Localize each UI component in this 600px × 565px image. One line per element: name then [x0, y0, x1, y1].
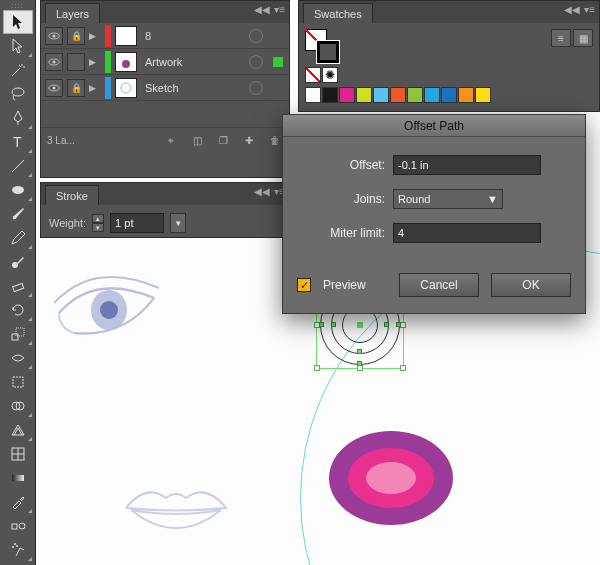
preview-checkbox[interactable]: ✓	[297, 278, 311, 292]
layers-tab[interactable]: Layers	[45, 3, 100, 23]
swatch-row-special: ✺	[305, 67, 593, 83]
swatch-registration[interactable]: ✺	[322, 67, 338, 83]
lock-toggle[interactable]: 🔒	[67, 27, 85, 45]
layer-count: 3 La...	[47, 135, 75, 146]
swatch[interactable]	[441, 87, 457, 103]
cancel-button[interactable]: Cancel	[399, 273, 479, 297]
layer-name[interactable]: Sketch	[141, 82, 245, 94]
decor-oval	[326, 428, 456, 528]
svg-line-2	[12, 160, 24, 172]
layer-row[interactable]: ▶ Artwork	[41, 49, 289, 75]
svg-point-3	[12, 186, 24, 194]
visibility-toggle[interactable]	[45, 53, 63, 71]
resize-handle[interactable]	[314, 365, 320, 371]
layers-footer: 3 La... ⌖ ◫ ❐ ✚ 🗑	[41, 127, 289, 153]
joins-select[interactable]: Round▼	[393, 189, 503, 209]
lock-toggle[interactable]: 🔒	[67, 79, 85, 97]
panel-collapse-icon[interactable]: ◀◀	[254, 4, 270, 15]
swatch-row-colors	[305, 87, 593, 103]
selection-tool[interactable]	[3, 10, 33, 34]
sketch-mouth	[116, 478, 236, 548]
lasso-tool[interactable]	[3, 82, 33, 106]
weight-dropdown-icon[interactable]: ▼	[170, 213, 186, 233]
swatch[interactable]	[458, 87, 474, 103]
panel-menu-icon[interactable]: ▾≡	[274, 4, 285, 15]
panel-collapse-icon[interactable]: ◀◀	[564, 4, 580, 15]
target-icon[interactable]	[249, 81, 263, 95]
layers-list: 🔒 ▶ 8 ▶ Artwork 🔒 ▶ Sketch	[41, 23, 289, 127]
panel-tabbar: Stroke ◀◀▾≡	[41, 183, 289, 205]
selection-indicator	[273, 31, 283, 41]
target-icon[interactable]	[249, 55, 263, 69]
layer-name[interactable]: 8	[141, 30, 245, 42]
preview-label: Preview	[323, 278, 366, 292]
panel-tabbar: Swatches ◀◀▾≡	[299, 1, 599, 23]
expand-arrow-icon[interactable]: ▶	[89, 57, 101, 67]
new-layer-icon[interactable]: ✚	[241, 133, 257, 149]
layers-panel: Layers ◀◀▾≡ 🔒 ▶ 8 ▶ Artwork 🔒 ▶	[40, 0, 290, 178]
new-sublayer-icon[interactable]: ❐	[215, 133, 231, 149]
ok-button[interactable]: OK	[491, 273, 571, 297]
swatches-tab[interactable]: Swatches	[303, 3, 373, 23]
swatch[interactable]	[407, 87, 423, 103]
free-transform-tool[interactable]	[3, 370, 33, 394]
layer-name[interactable]: Artwork	[141, 56, 245, 68]
locate-object-icon[interactable]: ⌖	[163, 133, 179, 149]
swatch[interactable]	[305, 87, 321, 103]
visibility-toggle[interactable]	[45, 27, 63, 45]
delete-layer-icon[interactable]: 🗑	[267, 133, 283, 149]
layer-thumbnail	[115, 52, 137, 72]
swatch[interactable]	[475, 87, 491, 103]
paintbrush-tool[interactable]	[3, 202, 33, 226]
list-view-icon[interactable]: ≡	[551, 29, 571, 47]
stroke-panel: Stroke ◀◀▾≡ Weight: ▴▾ ▼	[40, 182, 290, 238]
svg-point-30	[100, 301, 118, 319]
svg-point-15	[12, 546, 14, 548]
layer-thumbnail	[115, 26, 137, 46]
dialog-title[interactable]: Offset Path	[283, 115, 585, 137]
stroke-swatch[interactable]	[317, 41, 339, 63]
fill-stroke-indicator[interactable]	[305, 29, 339, 63]
magic-wand-tool[interactable]	[3, 58, 33, 82]
layer-row[interactable]: 🔒 ▶ 8	[41, 23, 289, 49]
svg-point-24	[53, 60, 56, 63]
center-point[interactable]	[357, 322, 363, 328]
svg-point-0	[12, 88, 24, 96]
weight-stepper[interactable]: ▴▾	[92, 214, 104, 232]
resize-handle[interactable]	[400, 365, 406, 371]
swatch[interactable]	[322, 87, 338, 103]
swatches-panel: Swatches ◀◀▾≡ ≡ ▦ ✺	[298, 0, 600, 112]
offset-input[interactable]	[393, 155, 541, 175]
visibility-toggle[interactable]	[45, 79, 63, 97]
swatch[interactable]	[373, 87, 389, 103]
gradient-tool[interactable]	[3, 466, 33, 490]
target-icon[interactable]	[249, 29, 263, 43]
weight-label: Weight:	[49, 217, 86, 229]
panel-tabbar: Layers ◀◀▾≡	[41, 1, 289, 23]
svg-point-22	[53, 34, 56, 37]
svg-point-14	[19, 523, 25, 529]
layer-row[interactable]: 🔒 ▶ Sketch	[41, 75, 289, 101]
chevron-down-icon: ▼	[487, 193, 498, 205]
thumbnail-view-icon[interactable]: ▦	[573, 29, 593, 47]
mesh-tool[interactable]	[3, 442, 33, 466]
swatch-none[interactable]	[305, 67, 321, 83]
miter-input[interactable]	[393, 223, 541, 243]
blob-brush-tool[interactable]	[3, 250, 33, 274]
swatch[interactable]	[339, 87, 355, 103]
weight-input[interactable]	[110, 213, 164, 233]
swatch[interactable]	[424, 87, 440, 103]
lock-toggle[interactable]	[67, 53, 85, 71]
swatch[interactable]	[356, 87, 372, 103]
make-clipping-mask-icon[interactable]: ◫	[189, 133, 205, 149]
svg-point-25	[122, 60, 130, 68]
expand-arrow-icon[interactable]: ▶	[89, 31, 101, 41]
swatch[interactable]	[390, 87, 406, 103]
panel-menu-icon[interactable]: ▾≡	[584, 4, 595, 15]
blend-tool[interactable]	[3, 514, 33, 538]
panel-collapse-icon[interactable]: ◀◀	[254, 186, 270, 197]
svg-point-28	[121, 83, 131, 93]
stroke-tab[interactable]: Stroke	[45, 185, 99, 205]
expand-arrow-icon[interactable]: ▶	[89, 83, 101, 93]
panel-grip[interactable]: ::::	[3, 2, 33, 8]
